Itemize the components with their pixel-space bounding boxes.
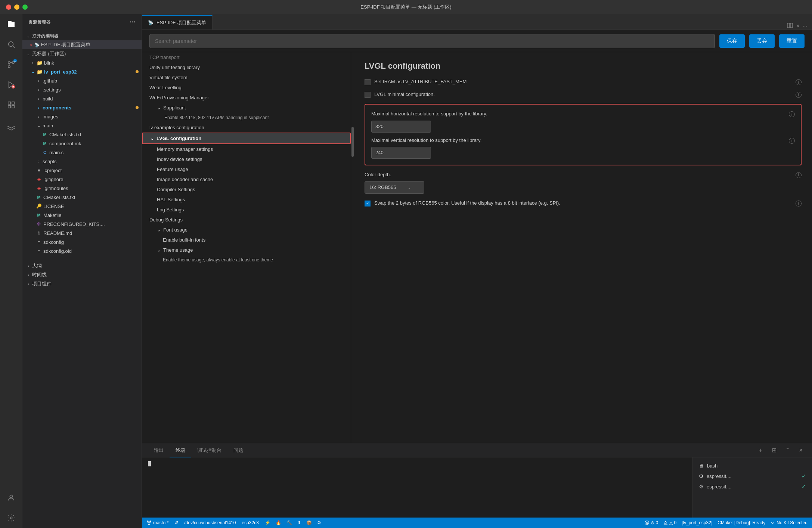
save-button[interactable]: 保存 (719, 34, 745, 48)
sidebar-workspace[interactable]: ⌄ 无标题 (工作区) (22, 49, 142, 58)
config-item-compiler[interactable]: Compiler Settings (142, 184, 351, 195)
hres-input[interactable]: 320 (371, 121, 431, 133)
sidebar-item-github[interactable]: › .github (22, 76, 142, 85)
close-editor-icon[interactable]: × (796, 23, 799, 29)
activity-run[interactable] (5, 78, 18, 91)
tab-esp-idf-config[interactable]: 📡 ESP-IDF 项目配置菜单 (142, 15, 213, 29)
hres-info-icon[interactable]: i (789, 111, 795, 117)
sidebar-item-blink[interactable]: › 📁 blink (22, 58, 142, 67)
terminal-item-esp1[interactable]: ⚙ espressif.... ✓ (697, 471, 808, 481)
sidebar-item-components[interactable]: › components (22, 103, 142, 112)
vres-info-icon[interactable]: i (789, 138, 795, 144)
sidebar-item-build[interactable]: › build (22, 94, 142, 103)
more-actions-icon[interactable]: ··· (803, 23, 808, 29)
swap-info-icon[interactable]: i (796, 201, 802, 206)
sidebar-item-componentmk[interactable]: M component.mk (22, 139, 142, 148)
config-item-font[interactable]: ⌄ Font usage (142, 225, 351, 235)
search-input[interactable] (149, 34, 715, 48)
maximize-button[interactable] (22, 4, 28, 10)
activity-extensions[interactable] (5, 99, 18, 111)
sidebar-item-cproject[interactable]: ≡ .cproject (22, 166, 142, 175)
color-depth-info-icon[interactable]: i (796, 172, 802, 178)
config-item-debug[interactable]: Debug Settings (142, 215, 351, 225)
statusbar-port[interactable]: /dev/cu.wchusbserial1410 (184, 520, 236, 525)
terminal-content[interactable] (142, 457, 692, 518)
statusbar-sync[interactable]: ↺ (174, 520, 178, 525)
sidebar-item-mainc[interactable]: C main.c (22, 148, 142, 157)
config-item-lv-examples[interactable]: lv examples configuration (142, 122, 351, 133)
sidebar-item-sdkconfigold[interactable]: ≡ sdkconfig.old (22, 246, 142, 255)
activity-idf[interactable] (5, 122, 18, 134)
sidebar-item-settings[interactable]: › .settings (22, 85, 142, 94)
sidebar-section-opened[interactable]: ⌄ 打开的编辑器 (22, 31, 142, 40)
config-item-builtin-fonts[interactable]: Enable built-in fonts (142, 235, 351, 245)
config-item-image[interactable]: Image decoder and cache (142, 174, 351, 184)
discard-button[interactable]: 丢弃 (749, 34, 775, 48)
action-package[interactable]: 📦 (306, 520, 312, 525)
activity-settings[interactable] (5, 512, 18, 524)
sidebar-item-preconfigured[interactable]: ✤ PRECONFIGURED_KITS.... (22, 220, 142, 229)
add-terminal-icon[interactable]: + (755, 445, 766, 456)
action-monitor[interactable]: 🔥 (276, 520, 281, 525)
sidebar-outline[interactable]: › 大纲 (22, 261, 142, 270)
config-item-memory[interactable]: Memory manager settings (142, 144, 351, 154)
config-item-indev[interactable]: Indev device settings (142, 154, 351, 164)
statusbar-kit[interactable]: No Kit Selected (771, 520, 808, 525)
sidebar-item-cmakelists2[interactable]: M CMakeLists.txt (22, 193, 142, 202)
sidebar-item-images[interactable]: › images (22, 112, 142, 121)
sidebar-item-cmakelists1[interactable]: M CMakeLists.txt (22, 130, 142, 139)
config-item-80211[interactable]: Enable 802.11k, 802.11v APIs handling in… (142, 113, 351, 122)
config-item-vfs[interactable]: Virtual file system (142, 72, 351, 83)
action-upload[interactable]: ⬆ (297, 520, 301, 525)
sidebar-timeline[interactable]: › 时间线 (22, 270, 142, 279)
action-flash[interactable]: ⚡ (265, 520, 270, 525)
reset-button[interactable]: 重置 (779, 34, 805, 48)
tab-terminal[interactable]: 终端 (170, 443, 191, 457)
activity-account[interactable] (5, 491, 18, 504)
sidebar-more-icon[interactable]: ··· (130, 19, 136, 25)
activity-explorer[interactable] (5, 18, 18, 31)
sidebar-item-sdkconfig[interactable]: ≡ sdkconfig (22, 237, 142, 246)
statusbar-cmake[interactable]: CMake: [Debug]: Ready (718, 520, 765, 525)
statusbar-warnings[interactable]: △ 0 (663, 520, 676, 525)
statusbar-chip[interactable]: esp32c3 (242, 520, 258, 525)
tab-output[interactable]: 输出 (148, 443, 170, 457)
sidebar-project-parts[interactable]: › 项目组件 (22, 279, 142, 288)
sidebar-item-gitmodules[interactable]: ◈ .gitmodules (22, 184, 142, 193)
sidebar-item-gitignore[interactable]: ◈ .gitignore (22, 175, 142, 184)
iram-checkbox[interactable] (365, 79, 371, 85)
tab-problems[interactable]: 问题 (227, 443, 249, 457)
terminal-item-esp2[interactable]: ⚙ espressif.... ✓ (697, 481, 808, 492)
config-item-wifi[interactable]: Wi-Fi Provisioning Manager (142, 93, 351, 103)
config-item-theme-enable[interactable]: Enable theme usage, always enable at lea… (142, 255, 351, 265)
swap-checkbox[interactable]: ✓ (365, 201, 371, 206)
vres-input[interactable]: 240 (371, 147, 431, 159)
statusbar-errors[interactable]: ⊘ 0 (645, 520, 658, 525)
activity-source-control[interactable]: 1 (5, 58, 18, 71)
activity-search[interactable] (5, 38, 18, 51)
config-item-wear[interactable]: Wear Levelling (142, 83, 351, 93)
minimize-button[interactable] (14, 4, 19, 10)
config-item-lvgl[interactable]: ⌄ LVGL configuration (142, 133, 351, 144)
action-gear[interactable]: ⚙ (317, 520, 321, 525)
close-button[interactable] (6, 4, 11, 10)
config-item-supplicant[interactable]: ⌄ Supplicant (142, 103, 351, 113)
iram-info-icon[interactable]: i (796, 79, 802, 85)
config-item-unity[interactable]: Unity unit testing library (142, 62, 351, 72)
maximize-panel-icon[interactable]: ⌃ (782, 445, 793, 456)
config-item-hal[interactable]: HAL Settings (142, 195, 351, 205)
sidebar-item-makefile[interactable]: M Makefile (22, 211, 142, 220)
sidebar-open-tab[interactable]: × 📡 ESP-IDF 项目配置菜单 (22, 40, 142, 49)
sidebar-item-readme[interactable]: ℹ README.md (22, 229, 142, 237)
sidebar-item-license[interactable]: 🔑 LICENSE (22, 202, 142, 211)
tab-close-icon[interactable]: × (30, 42, 33, 48)
minimal-checkbox[interactable] (365, 92, 371, 98)
config-item-tcp[interactable]: TCP transport (142, 52, 351, 62)
split-editor-icon[interactable] (787, 22, 793, 29)
statusbar-branch[interactable]: master* (146, 520, 168, 525)
action-build[interactable]: 🔨 (286, 520, 292, 525)
sidebar-item-main[interactable]: ⌄ main (22, 121, 142, 130)
config-item-feature[interactable]: Feature usage (142, 164, 351, 174)
color-depth-dropdown[interactable]: 16: RGB565 ⌄ (365, 181, 424, 194)
split-terminal-icon[interactable]: ⊞ (769, 445, 779, 456)
